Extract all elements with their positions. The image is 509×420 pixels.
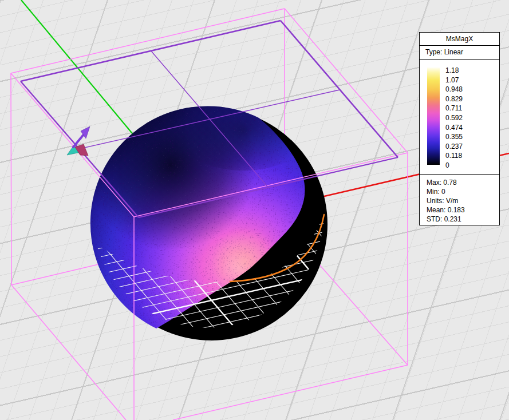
legend-title: MsMagX xyxy=(420,33,499,46)
stat-max: Max: 0.78 xyxy=(427,178,499,187)
stat-mean: Mean: 0.183 xyxy=(427,205,499,215)
colorbar-tick: 1.07 xyxy=(445,76,459,85)
colorbar-gradient xyxy=(427,68,440,165)
colorbar-tick: 0.355 xyxy=(445,132,463,141)
colorbar-tick: 0.948 xyxy=(445,85,463,94)
stat-std: STD: 0.231 xyxy=(427,215,499,224)
field-sphere xyxy=(69,79,444,355)
stat-min: Min: 0 xyxy=(427,187,499,196)
colorbar-tick: 1.18 xyxy=(445,66,459,75)
colorbar-tick: 0 xyxy=(445,161,449,170)
legend-colorbar-section: 1.18 1.07 0.948 0.829 0.711 0.592 0.474 … xyxy=(420,60,499,175)
stat-units: Units: V/m xyxy=(427,196,499,205)
colorbar-tick: 0.592 xyxy=(445,113,463,122)
3d-viewport[interactable]: MsMagX Type: Linear 1.18 1.07 0.948 0.82… xyxy=(0,0,509,420)
colorbar-tick: 0.118 xyxy=(445,151,462,160)
colorbar-tick: 0.237 xyxy=(445,142,463,151)
legend-scale-type: Type: Linear xyxy=(420,46,499,60)
colorbar-tick: 0.474 xyxy=(445,123,463,132)
colorbar-tick: 0.711 xyxy=(445,104,462,113)
feed-source-marker xyxy=(67,126,90,156)
legend-statistics: Max: 0.78 Min: 0 Units: V/m Mean: 0.183 … xyxy=(420,175,499,224)
field-legend-panel: MsMagX Type: Linear 1.18 1.07 0.948 0.82… xyxy=(419,32,500,225)
colorbar-tick: 0.829 xyxy=(445,94,463,104)
